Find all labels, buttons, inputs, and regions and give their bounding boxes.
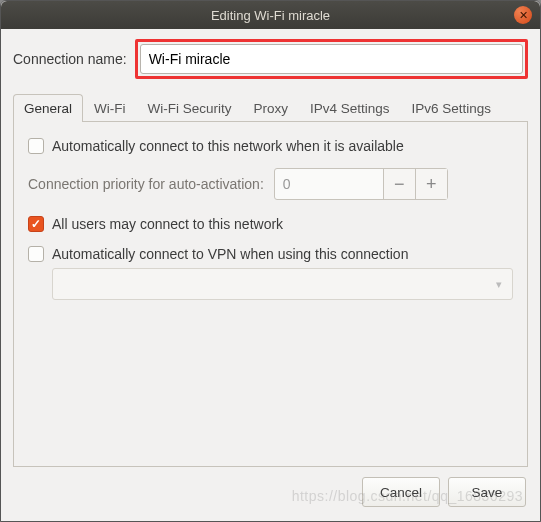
auto-connect-checkbox[interactable] (28, 138, 44, 154)
auto-vpn-checkbox[interactable] (28, 246, 44, 262)
tab-bar: General Wi-Fi Wi-Fi Security Proxy IPv4 … (13, 93, 528, 122)
priority-decrement-button[interactable]: − (383, 169, 415, 199)
vpn-dropdown[interactable]: ▾ (52, 268, 513, 300)
connection-name-input[interactable] (140, 44, 523, 74)
window-title: Editing Wi-Fi miracle (211, 8, 330, 23)
tab-wifi[interactable]: Wi-Fi (83, 94, 136, 122)
content-area: Connection name: General Wi-Fi Wi-Fi Sec… (1, 29, 540, 467)
auto-vpn-row: Automatically connect to VPN when using … (28, 246, 513, 262)
tab-general[interactable]: General (13, 94, 83, 122)
window: Editing Wi-Fi miracle ✕ Connection name:… (0, 0, 541, 522)
cancel-button[interactable]: Cancel (362, 477, 440, 507)
priority-label: Connection priority for auto-activation: (28, 176, 264, 192)
priority-input[interactable] (275, 169, 383, 199)
auto-connect-label: Automatically connect to this network wh… (52, 138, 404, 154)
auto-connect-row: Automatically connect to this network wh… (28, 138, 513, 154)
tab-proxy[interactable]: Proxy (243, 94, 300, 122)
all-users-checkbox[interactable]: ✓ (28, 216, 44, 232)
all-users-row: ✓ All users may connect to this network (28, 216, 513, 232)
tab-ipv6[interactable]: IPv6 Settings (401, 94, 503, 122)
close-icon: ✕ (519, 10, 528, 21)
connection-name-row: Connection name: (13, 39, 528, 79)
tab-ipv4[interactable]: IPv4 Settings (299, 94, 401, 122)
connection-name-highlight (135, 39, 528, 79)
priority-increment-button[interactable]: + (415, 169, 447, 199)
general-panel: Automatically connect to this network wh… (13, 122, 528, 467)
chevron-down-icon: ▾ (496, 278, 502, 291)
check-icon: ✓ (31, 217, 41, 231)
titlebar: Editing Wi-Fi miracle ✕ (1, 1, 540, 29)
dialog-footer: Cancel Save (1, 467, 540, 521)
priority-spinner: − + (274, 168, 448, 200)
all-users-label: All users may connect to this network (52, 216, 283, 232)
priority-row: Connection priority for auto-activation:… (28, 168, 513, 200)
tab-wifi-security[interactable]: Wi-Fi Security (137, 94, 243, 122)
minus-icon: − (394, 174, 405, 195)
connection-name-label: Connection name: (13, 51, 127, 67)
save-button[interactable]: Save (448, 477, 526, 507)
auto-vpn-label: Automatically connect to VPN when using … (52, 246, 408, 262)
plus-icon: + (426, 174, 437, 195)
close-button[interactable]: ✕ (514, 6, 532, 24)
